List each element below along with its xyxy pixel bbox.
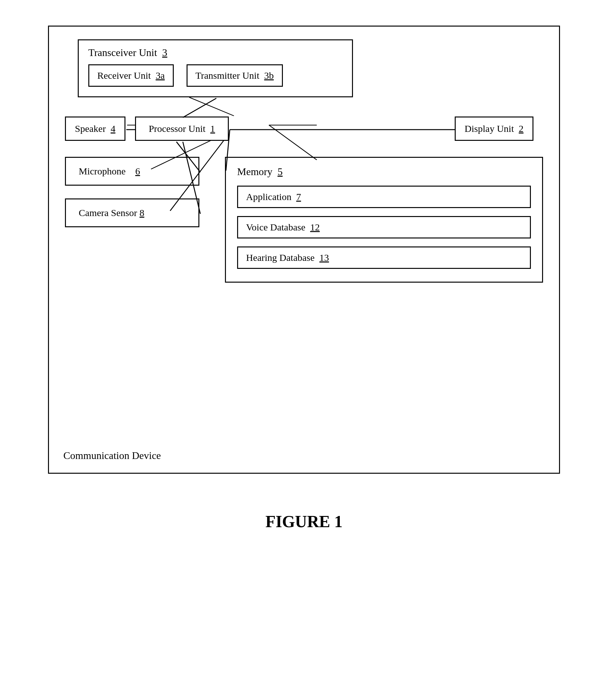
- transceiver-title: Transceiver Unit 3: [88, 47, 342, 59]
- transceiver-box: Transceiver Unit 3 Receiver Unit 3a Tran…: [78, 39, 353, 97]
- memory-title: Memory 5: [237, 166, 531, 178]
- transmitter-box: Transmitter Unit 3b: [187, 64, 283, 87]
- speaker-box: Speaker 4: [65, 116, 126, 141]
- memory-item-application: Application 7: [237, 186, 531, 208]
- camera-box: Camera Sensor 8: [65, 198, 200, 227]
- microphone-box: Microphone 6: [65, 157, 200, 186]
- memory-item-hearing-database: Hearing Database 13: [237, 246, 531, 269]
- figure-label: FIGURE 1: [48, 512, 560, 531]
- comm-device-label: Communication Device: [63, 450, 161, 461]
- receiver-box: Receiver Unit 3a: [88, 64, 174, 87]
- display-box: Display Unit 2: [455, 116, 533, 141]
- memory-outer: Memory 5 Application 7 Voice Database 12…: [225, 157, 543, 283]
- processor-box: Processor Unit 1: [135, 116, 229, 141]
- memory-item-voice-database: Voice Database 12: [237, 216, 531, 239]
